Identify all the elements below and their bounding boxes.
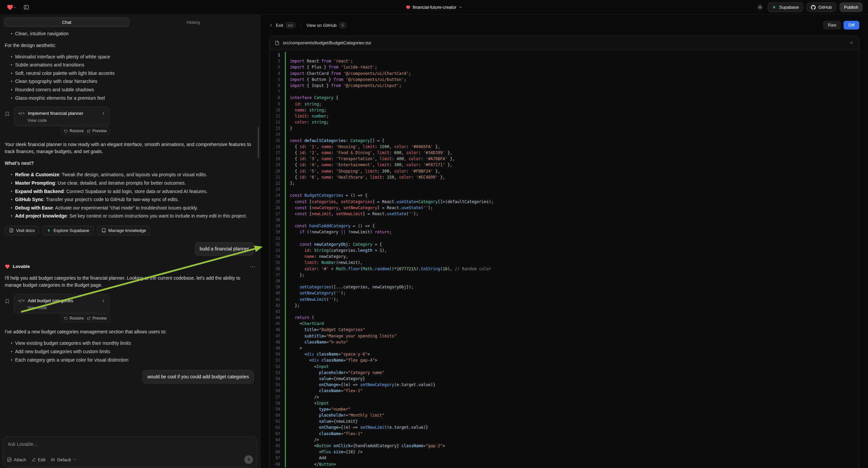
diff-toggle-button[interactable]: Diff [843, 21, 859, 30]
assistant-header: Lovable ⋯ [5, 263, 255, 270]
manage-knowledge-label: Manage knowledge [108, 228, 146, 233]
code-line: 55 onChange={(e) => setNewCategory(e.tar… [270, 382, 859, 388]
list-item: Clean typography with clear hierarchies [11, 78, 255, 85]
code-line: 48 className="h-auto" [270, 339, 859, 345]
code-line: 63 className="flex-1" [270, 431, 859, 437]
restore-button[interactable]: Restore [64, 128, 84, 133]
project-selector[interactable]: financial-future-creator [404, 3, 464, 11]
view-code-link[interactable]: View code [28, 118, 46, 123]
bookmark-button[interactable] [5, 299, 10, 305]
view-on-github-button[interactable]: View on GitHub G [306, 22, 346, 28]
next-step-item: GitHub Sync: Transfer your project's cod… [11, 196, 255, 203]
bookmark-button[interactable] [5, 112, 10, 117]
user-message-row: would be cool if you could add budget ca… [6, 370, 254, 384]
code-icon: </> [18, 298, 25, 304]
code-line: 29 const handleAddCategory = () => { [270, 223, 859, 229]
code-line: 47 subtitle="Manage your spending limits… [270, 333, 859, 339]
github-button[interactable]: GitHub [807, 2, 836, 12]
exit-button[interactable]: Exit esc [269, 22, 295, 28]
code-line: 28 [270, 217, 859, 223]
edit-button[interactable]: Edit [32, 457, 45, 462]
code-line: 22]; [270, 180, 859, 186]
code-line: 34 name: newCategory, [270, 254, 859, 260]
code-line: 52 <Input [270, 363, 859, 370]
code-line: 26 const [newCategory, setNewCategory] =… [270, 205, 859, 211]
view-code-link[interactable]: View code [28, 305, 46, 310]
list-item: Each category gets a unique color for vi… [11, 357, 255, 363]
book-icon [101, 228, 106, 233]
preview-button[interactable]: Preview [87, 128, 107, 133]
lovable-heart-icon [7, 4, 13, 11]
list-item: Subtle animations and transitions [11, 62, 255, 68]
code-line: 40 setNewCategory(''); [270, 290, 859, 296]
exit-label: Exit [276, 23, 283, 28]
next-step-item: Expand with Backend: Connect Supabase to… [11, 188, 255, 195]
manage-knowledge-button[interactable]: Manage knowledge [97, 226, 151, 235]
preview-button[interactable]: Preview [87, 316, 107, 321]
code-line: 39 setCategories([...categories, newCate… [270, 284, 859, 290]
code-line: 68 </Button> [270, 461, 859, 467]
code-line: 65 <Button onClick={handleAddCategory} c… [270, 443, 859, 449]
chevron-left-icon [269, 23, 273, 27]
code-line: 10 name: string; [270, 107, 859, 113]
supabase-button[interactable]: Supabase [768, 2, 803, 12]
code-line: 4import ChartCard from '@/components/ui/… [270, 70, 859, 77]
composer: Attach Edit Default [3, 436, 257, 467]
raw-toggle-button[interactable]: Raw [823, 21, 841, 30]
code-line: 23 [270, 186, 859, 193]
chat-messages[interactable]: Clean, intuitive navigation For the desi… [0, 30, 260, 433]
edit-card-add-budget-categories[interactable]: </> Add budget categories View code Rest… [14, 294, 110, 314]
visit-docs-button[interactable]: Visit docs [5, 226, 39, 235]
code-line: 27 const [newLimit, setNewLimit] = React… [270, 211, 859, 217]
external-link-icon [87, 317, 91, 320]
chat-history-tabs: Chat History [4, 18, 256, 27]
toggle-sidebar-button[interactable] [22, 3, 31, 11]
lovable-logo-button[interactable] [5, 3, 18, 12]
supabase-icon [46, 228, 51, 233]
user-message-row: build a financial planner [6, 242, 254, 256]
code-line: 33 id: String(categories.length + 1), [270, 247, 859, 254]
code-editor[interactable]: 12import React from 'react';3import { Pl… [270, 50, 859, 468]
tab-history[interactable]: History [131, 18, 256, 27]
code-line: 20 { id: '5', name: 'Shopping', limit: 2… [270, 168, 859, 174]
sliders-icon [51, 458, 55, 462]
code-line: 38 [270, 278, 859, 284]
collapse-file-button[interactable] [849, 40, 854, 45]
list-item: View existing budget categories with the… [11, 340, 255, 347]
divider [301, 22, 301, 28]
supabase-label: Supabase [779, 5, 799, 10]
message-more-button[interactable]: ⋯ [250, 264, 255, 270]
list-item: Add new budget categories with custom li… [11, 349, 255, 355]
settings-button[interactable] [756, 3, 764, 11]
edit-card-title: Add budget categories [28, 297, 98, 304]
chat-scrollbar[interactable] [258, 127, 259, 158]
chat-input[interactable] [8, 441, 252, 447]
chevron-down-icon [73, 458, 76, 461]
mode-selector[interactable]: Default [51, 457, 76, 462]
tab-chat[interactable]: Chat [4, 18, 129, 27]
arrow-up-icon [247, 458, 251, 462]
assistant-name: Lovable [13, 263, 30, 270]
ready-paragraph: Your sleek financial planner is now read… [5, 141, 255, 155]
added-bullets: View existing budget categories with the… [5, 340, 255, 363]
chat-panel: Chat History Clean, intuitive navigation… [0, 15, 260, 468]
file-header[interactable]: src/components/budget/BudgetCategories.t… [270, 36, 859, 50]
publish-button[interactable]: Publish [839, 2, 863, 12]
topbar: financial-future-creator Supabase GitHub… [0, 0, 868, 15]
send-button[interactable] [244, 455, 253, 464]
code-line: 61 value={newLimit} [270, 418, 859, 425]
code-line: 25 const [categories, setCategories] = R… [270, 199, 859, 205]
attach-label: Attach [14, 457, 26, 462]
restore-button[interactable]: Restore [64, 316, 84, 321]
attach-button[interactable]: Attach [7, 457, 26, 462]
github-icon [811, 5, 816, 10]
document-icon [9, 228, 14, 233]
visit-docs-label: Visit docs [16, 228, 35, 233]
lovable-heart-icon [5, 264, 10, 269]
github-label: GitHub [818, 5, 832, 10]
next-step-item: Debug with Ease: Activate our experiment… [11, 205, 255, 211]
code-line: 64 /> [270, 437, 859, 443]
edit-card-implement-financial-planner[interactable]: </> Implement financial planner View cod… [14, 107, 110, 126]
list-item: Minimalist interface with plenty of whit… [11, 54, 255, 60]
explore-supabase-button[interactable]: Explore Supabase [42, 226, 93, 235]
